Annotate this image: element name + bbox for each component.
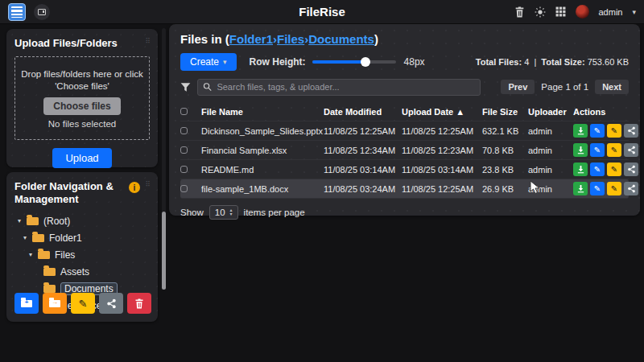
slider-thumb[interactable] [361,57,370,67]
column-header-uploader[interactable]: Uploader [528,107,573,117]
edit-button[interactable]: ✎ [590,182,605,195]
folder-icon [27,217,39,225]
filter-button[interactable] [180,82,191,93]
tree-caret-icon[interactable]: ▾ [29,251,38,258]
folder-icon [43,268,56,276]
uploader-cell: admin [528,184,573,194]
column-header-file-size[interactable]: File Size [482,107,528,117]
create-button[interactable]: Create ▾ [180,53,237,71]
theme-sun-icon[interactable] [535,6,546,18]
row-height-value: 48px [404,56,425,68]
file-name-cell[interactable]: Dickinson_Sample_Slides.pptx [201,126,324,136]
tree-caret-icon[interactable]: ▾ [23,234,32,241]
edit-button[interactable]: ✎ [590,143,605,157]
row-checkbox[interactable] [180,166,188,173]
folder-tree-item[interactable]: ▾ Assets [14,265,150,278]
breadcrumb-link-documents[interactable]: Documents [308,32,374,46]
edit-button[interactable]: ✎ [590,162,605,176]
row-height-slider[interactable] [312,60,396,64]
breadcrumb-link-folder1[interactable]: Folder1 [229,32,273,46]
column-header-date-modified[interactable]: Date Modified [324,107,402,117]
date-modified-cell: 11/08/25 12:25AM [324,126,402,136]
folder-name-label: Assets [60,266,89,278]
filerise-logo-icon[interactable] [8,3,26,21]
upload-date-cell: 11/08/25 12:25AM [402,184,482,194]
search-box[interactable] [197,79,481,96]
panel-toggle-button[interactable] [34,4,50,20]
download-button[interactable] [573,182,588,195]
rename-folder-button[interactable]: ✎ [71,293,95,314]
file-name-cell[interactable]: README.md [201,165,324,175]
share-button[interactable] [624,143,638,157]
trash-icon[interactable] [514,6,525,18]
row-checkbox[interactable] [180,146,188,154]
folder-navigation-card: Folder Navigation & Management i ⠿ ▾ (Ro… [6,172,158,322]
folder-tree-item[interactable]: ▾ Folder1 [14,232,150,245]
share-button[interactable] [624,182,638,195]
column-header-upload-date[interactable]: Upload Date ▲ [402,107,482,117]
pencil-icon: ✎ [594,185,601,193]
row-checkbox[interactable] [180,185,188,192]
folder-tree-item[interactable]: ▾ (Root) [14,215,150,228]
table-row[interactable]: Financial Sample.xlsx 11/08/25 12:34AM 1… [180,141,629,160]
user-avatar[interactable] [576,5,589,19]
delete-folder-button[interactable] [127,293,151,314]
download-button[interactable] [573,124,588,138]
panel-icon [38,9,46,15]
prev-page-button[interactable]: Prev [501,80,535,94]
no-files-selected-label: No files selected [48,119,116,129]
top-bar: FileRise admin ▾ [0,0,644,24]
rename-button[interactable]: ✎ [607,182,621,195]
folder-tree-item[interactable]: ▾ Files [14,249,150,261]
share-icon [627,184,636,193]
pencil-icon: ✎ [611,166,617,174]
file-size-cell: 23.8 KB [482,165,528,175]
user-menu-caret-icon[interactable]: ▾ [632,8,636,16]
row-actions: ✎ ✎ [573,143,638,157]
upload-button[interactable]: Upload [52,148,111,168]
file-name-cell[interactable]: Financial Sample.xlsx [201,146,324,155]
info-icon[interactable]: i [129,182,140,193]
edit-button[interactable]: ✎ [590,124,605,138]
column-header-file-name[interactable]: File Name [201,107,324,117]
table-row[interactable]: README.md 11/08/25 03:14AM 11/08/25 03:1… [180,160,629,179]
table-row[interactable]: file-sample_1MB.docx 11/08/25 03:24AM 11… [180,179,629,199]
rename-button[interactable]: ✎ [607,124,621,138]
folder-icon [43,285,56,293]
apps-grid-icon[interactable] [555,6,566,17]
rename-button[interactable]: ✎ [607,162,621,176]
row-actions: ✎ ✎ [573,162,638,176]
show-label: Show [180,208,204,217]
file-name-cell[interactable]: file-sample_1MB.docx [201,184,324,194]
create-folder-button[interactable]: + [14,293,39,314]
search-input[interactable] [217,82,475,92]
column-header-actions: Actions [573,107,629,117]
share-button[interactable] [624,124,638,138]
share-button[interactable] [624,162,638,176]
choose-files-button[interactable]: Choose files [43,97,120,115]
rename-button[interactable]: ✎ [607,143,621,157]
row-checkbox[interactable] [180,127,188,134]
main-scrollbar-track[interactable] [162,28,166,290]
drag-handle-icon[interactable]: ⠿ [145,180,151,188]
share-icon [106,298,117,309]
items-per-page-select[interactable]: 10 ▴▾ [209,205,238,220]
breadcrumb-link-files[interactable]: Files [277,32,304,46]
upload-date-cell: 11/08/25 12:23AM [402,146,482,155]
drag-handle-icon[interactable]: ⠿ [145,37,151,45]
search-row: Prev Page 1 of 1 Next [180,78,629,96]
pencil-icon: ✎ [594,127,601,135]
date-modified-cell: 11/08/25 03:24AM [324,184,402,194]
share-folder-button[interactable] [99,293,123,314]
download-button[interactable] [573,162,588,176]
move-folder-button[interactable]: → [43,293,67,314]
next-page-button[interactable]: Next [595,80,629,94]
file-dropzone[interactable]: Drop files/folders here or click 'Choose… [14,56,150,140]
select-all-checkbox[interactable] [180,108,188,115]
main-scrollbar-thumb[interactable] [162,212,166,290]
folder-icon [38,251,50,259]
table-row[interactable]: Dickinson_Sample_Slides.pptx 11/08/25 12… [180,121,629,141]
download-button[interactable] [573,143,588,157]
tree-caret-icon[interactable]: ▾ [18,217,27,224]
download-icon [576,126,585,135]
